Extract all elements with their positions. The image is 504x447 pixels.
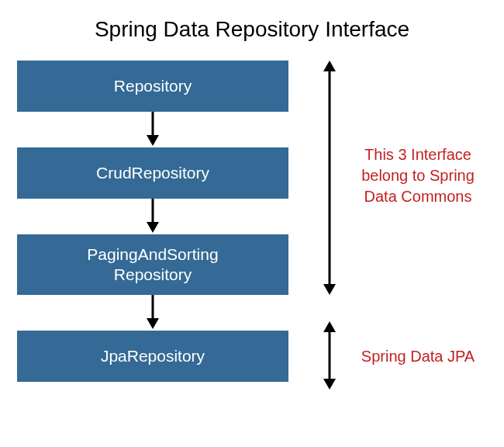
bracket-jpa-icon: [318, 321, 341, 393]
box-jpa-repository: JpaRepository: [17, 331, 288, 382]
diagram-container: Repository CrudRepository PagingAndSorti…: [17, 61, 487, 382]
box-jpa-label: JpaRepository: [101, 346, 205, 366]
svg-marker-1: [147, 135, 159, 146]
annotation-commons-line1: This 3 Interface: [349, 144, 487, 165]
annotation-commons-line3: Data Commons: [349, 186, 487, 207]
svg-marker-8: [323, 284, 336, 295]
annotation-commons-line2: belong to Spring: [349, 165, 487, 186]
svg-marker-11: [323, 379, 336, 390]
box-paging-label-line1: PagingAndSorting: [87, 244, 218, 265]
annotation-jpa-label: Spring Data JPA: [361, 348, 475, 365]
svg-marker-5: [147, 318, 159, 329]
arrow-down-icon: [17, 295, 288, 331]
arrow-down-icon: [17, 112, 288, 147]
annotation-jpa: Spring Data JPA: [349, 346, 487, 367]
bracket-commons-icon: [318, 61, 341, 298]
box-repository-label: Repository: [114, 76, 192, 96]
annotation-commons: This 3 Interface belong to Spring Data C…: [349, 144, 487, 207]
box-paging-sorting-repository: PagingAndSorting Repository: [17, 234, 288, 295]
box-crud-label: CrudRepository: [96, 163, 209, 183]
box-paging-label-line2: Repository: [87, 265, 218, 285]
arrow-down-icon: [17, 199, 288, 234]
svg-marker-3: [147, 222, 159, 233]
box-repository: Repository: [17, 61, 288, 112]
box-crud-repository: CrudRepository: [17, 147, 288, 199]
diagram-title: Spring Data Repository Interface: [0, 0, 504, 42]
